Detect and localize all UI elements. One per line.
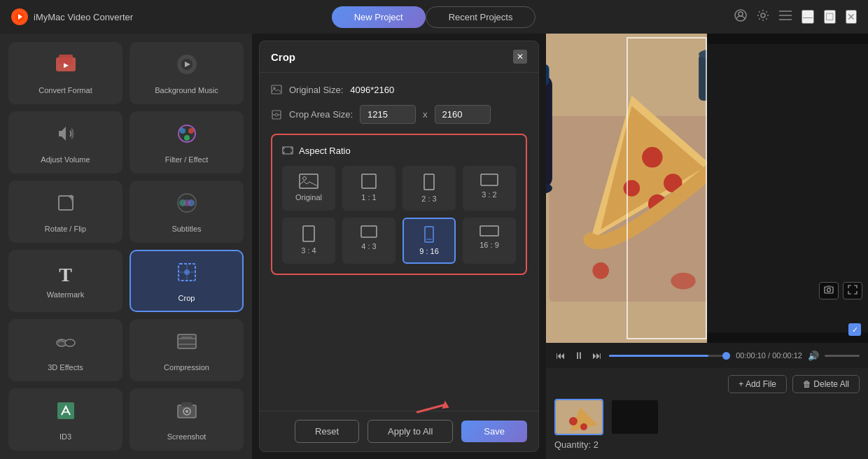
subtitles-icon <box>174 190 200 220</box>
svg-rect-52 <box>362 174 376 188</box>
ratio-4-3[interactable]: 4 : 3 <box>342 218 396 264</box>
new-project-tab[interactable]: New Project <box>332 6 426 28</box>
file-manager-header: + Add File 🗑 Delete All <box>554 375 860 393</box>
reset-button[interactable]: Reset <box>295 420 359 443</box>
ratio-16-9-icon <box>479 225 499 236</box>
sidebar-item-background-music[interactable]: Background Music <box>130 42 244 104</box>
add-file-button[interactable]: + Add File <box>728 375 787 393</box>
ratio-3-4-label: 3 : 4 <box>301 246 316 255</box>
close-button[interactable]: ✕ <box>846 10 857 24</box>
svg-point-16 <box>184 135 190 141</box>
svg-point-3 <box>738 12 743 16</box>
user-icon[interactable] <box>734 9 747 24</box>
sidebar-item-watermark-label: Watermark <box>47 290 84 299</box>
ratio-2-3[interactable]: 2 : 3 <box>402 166 456 211</box>
preview-panel: Cola <box>546 34 868 459</box>
skip-forward-button[interactable]: ⏭ <box>591 348 603 362</box>
crop-width-input[interactable] <box>360 105 416 124</box>
delete-all-button[interactable]: 🗑 Delete All <box>792 375 860 393</box>
crop-title: Crop <box>271 51 295 63</box>
time-current: 00:00:10 <box>736 351 766 360</box>
ratio-3-2-label: 3 : 2 <box>482 190 496 199</box>
ratio-1-1-icon <box>361 174 377 189</box>
sidebar-item-rotate-flip-label: Rotate / Flip <box>45 225 86 233</box>
svg-point-22 <box>183 199 190 206</box>
id3-icon <box>53 398 78 428</box>
file-manager: + Add File 🗑 Delete All Quantity: <box>546 368 868 459</box>
compression-icon <box>174 329 200 359</box>
thumbnail-2-image <box>612 400 658 434</box>
ratio-9-16[interactable]: 9 : 16 <box>402 218 456 264</box>
file-thumbnails <box>554 399 860 435</box>
thumbnail-1-image <box>556 400 603 435</box>
sidebar-item-id3[interactable]: ID3 <box>8 388 122 451</box>
ratio-1-1[interactable]: 1 : 1 <box>342 166 396 211</box>
svg-point-74 <box>671 273 695 290</box>
svg-point-73 <box>592 262 609 279</box>
minimize-button[interactable]: — <box>802 10 814 24</box>
svg-rect-36 <box>181 402 192 407</box>
image-icon <box>271 84 282 95</box>
aspect-ratio-box: Aspect Ratio Original <box>271 134 527 275</box>
aspect-ratio-icon <box>282 145 293 156</box>
titlebar-left: iMyMac Video Converter <box>11 8 133 25</box>
crop-height-input[interactable] <box>435 105 491 124</box>
sidebar-item-3d-effects-label: 3D Effects <box>48 363 83 372</box>
sidebar-item-screenshot[interactable]: Screenshot <box>130 388 244 451</box>
preview-overlay-buttons <box>819 282 862 299</box>
progress-bar[interactable] <box>609 355 730 357</box>
maximize-button[interactable]: ☐ <box>824 10 836 24</box>
volume-icon: 🔊 <box>808 351 819 361</box>
skip-back-button[interactable]: ⏮ <box>554 348 567 362</box>
svg-point-15 <box>188 128 194 134</box>
crop-dialog: Crop ✕ Original Size: 4096*2160 <box>259 41 539 452</box>
svg-rect-50 <box>300 174 318 188</box>
sidebar-item-rotate-flip[interactable]: Rotate / Flip <box>8 181 122 243</box>
sidebar-item-subtitles-label: Subtitles <box>172 225 201 233</box>
volume-bar[interactable] <box>825 355 860 357</box>
settings-icon[interactable] <box>757 9 769 24</box>
sidebar-item-compression[interactable]: Compression <box>130 319 244 381</box>
sidebar-item-convert-format[interactable]: ▶ Convert Format <box>8 42 122 104</box>
svg-rect-53 <box>424 174 434 190</box>
sidebar-item-watermark[interactable]: T Watermark <box>8 250 122 312</box>
sidebar-item-crop[interactable]: Crop <box>130 250 244 312</box>
ratio-16-9[interactable]: 16 : 9 <box>463 218 516 264</box>
menu-icon[interactable] <box>779 10 792 23</box>
ratio-original[interactable]: Original <box>282 166 335 211</box>
save-button[interactable]: Save <box>461 421 527 442</box>
ratio-original-label: Original <box>295 193 322 202</box>
camera-button[interactable] <box>819 282 839 299</box>
recent-projects-tab[interactable]: Recent Projects <box>426 6 536 28</box>
crop-close-button[interactable]: ✕ <box>513 50 527 64</box>
sidebar-item-subtitles[interactable]: Subtitles <box>130 181 244 243</box>
crop-footer: Reset Apply to All Save <box>260 411 538 451</box>
sidebar-item-filter-effect-label: Filter / Effect <box>165 155 209 164</box>
sidebar-item-crop-label: Crop <box>178 294 195 302</box>
preview-left: Cola <box>546 34 707 343</box>
crop-area-icon <box>271 109 282 120</box>
adjust-volume-icon <box>53 121 78 151</box>
ratio-9-16-label: 9 : 16 <box>419 247 439 255</box>
ratio-grid: Original 1 : 1 2 : 3 <box>282 166 516 264</box>
quantity-display: Quantity: 2 <box>554 439 860 450</box>
play-button[interactable]: ⏸ <box>573 348 585 362</box>
svg-rect-64 <box>546 64 550 85</box>
fullscreen-button[interactable] <box>843 282 862 299</box>
thumbnail-2[interactable] <box>610 399 659 435</box>
ratio-3-2[interactable]: 3 : 2 <box>463 166 516 211</box>
sidebar-item-filter-effect[interactable]: Filter / Effect <box>130 111 244 174</box>
ratio-3-4[interactable]: 3 : 4 <box>282 218 335 264</box>
selection-indicator: ✓ <box>848 323 861 336</box>
separator: x <box>423 109 428 120</box>
sidebar-item-3d-effects[interactable]: 3D Effects <box>8 319 122 381</box>
progress-fill <box>609 355 708 357</box>
svg-rect-63 <box>546 75 552 188</box>
titlebar: iMyMac Video Converter New Project Recen… <box>0 0 868 34</box>
svg-rect-33 <box>57 402 74 419</box>
thumbnail-1[interactable] <box>554 399 603 435</box>
sidebar-item-adjust-volume[interactable]: Adjust Volume <box>8 111 122 174</box>
sidebar-item-adjust-volume-label: Adjust Volume <box>41 155 90 164</box>
background-music-icon <box>174 52 200 82</box>
svg-point-42 <box>275 113 278 116</box>
